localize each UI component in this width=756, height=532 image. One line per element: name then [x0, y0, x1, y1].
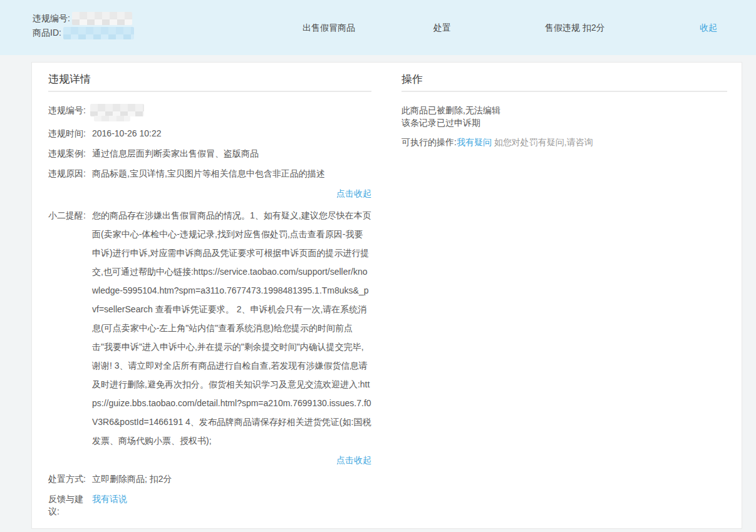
disposal-method-row: 处置方式: 立即删除商品; 扣2分 [48, 473, 371, 485]
disposal-method-label: 处置方式: [48, 473, 92, 485]
collapse-link[interactable]: 收起 [700, 23, 717, 33]
topbar-product-id-redacted [63, 27, 134, 39]
violation-detail-title: 违规详情 [48, 71, 371, 92]
staff-reminder-label: 小二提醒: [48, 206, 92, 450]
violation-no-row: 违规编号: [48, 104, 371, 120]
operation-title: 操作 [401, 71, 727, 92]
collapse-reminder-link[interactable]: 点击收起 [336, 455, 371, 465]
feedback-link[interactable]: 我有话说 [92, 494, 127, 504]
violation-time-value: 2016-10-26 10:22 [92, 127, 371, 140]
feedback-row: 反馈与建议: 我有话说 [48, 493, 371, 518]
violation-case-value: 通过信息层面判断卖家出售假冒、盗版商品 [92, 147, 371, 160]
reminder-collapse-line: 点击收起 [48, 454, 371, 466]
violation-case-label: 违规案例: [48, 147, 92, 160]
operation-section: 操作 此商品已被删除,无法编辑 该条记录已过申诉期 可执行的操作:我有疑问 如您… [401, 63, 727, 148]
topbar-violation-no-row: 违规编号: [33, 11, 134, 26]
topbar-product-id-row: 商品ID: [33, 26, 134, 40]
feedback-label: 反馈与建议: [48, 493, 92, 518]
staff-reminder-row: 小二提醒: 您的商品存在涉嫌出售假冒商品的情况。1、如有疑义,建议您尽快在本页面… [48, 206, 371, 450]
violation-case-row: 违规案例: 通过信息层面判断卖家出售假冒、盗版商品 [48, 147, 371, 160]
violation-time-row: 违规时间: 2016-10-26 10:22 [48, 127, 371, 140]
appeal-expired-status: 该条记录已过申诉期 [401, 116, 727, 129]
topbar-penalty: 售假违规 扣2分 [545, 23, 605, 33]
violation-summary-bar: 违规编号: 商品ID: 出售假冒商品 处置 售假违规 扣2分 收起 [0, 0, 756, 55]
reason-collapse-line: 点击收起 [48, 187, 371, 200]
violation-detail-section: 违规详情 违规编号: 违规时间: 2016-10-26 10:22 违规案例: … [48, 63, 371, 525]
violation-reason-label: 违规原因: [48, 167, 92, 180]
product-deleted-status: 此商品已被删除,无法编辑 [401, 104, 727, 116]
topbar-violation-no-label: 违规编号: [33, 11, 70, 26]
have-question-link[interactable]: 我有疑问 [457, 137, 492, 147]
collapse-reason-link[interactable]: 点击收起 [336, 188, 371, 198]
topbar-disposal: 处置 [433, 23, 451, 33]
topbar-violation-type: 出售假冒商品 [303, 23, 355, 33]
violation-reason-value: 商品标题,宝贝详情,宝贝图片等相关信息中包含非正品的描述 [92, 167, 371, 180]
staff-reminder-text: 您的商品存在涉嫌出售假冒商品的情况。1、如有疑义,建议您尽快在本页面(卖家中心-… [92, 206, 371, 450]
violation-reason-row: 违规原因: 商品标题,宝贝详情,宝贝图片等相关信息中包含非正品的描述 [48, 167, 371, 180]
topbar-product-id-label: 商品ID: [33, 26, 61, 40]
disposal-method-value: 立即删除商品; 扣2分 [92, 473, 371, 485]
topbar-violation-no-redacted [72, 12, 132, 25]
violation-detail-panel: 违规详情 违规编号: 违规时间: 2016-10-26 10:22 违规案例: … [31, 62, 742, 529]
violation-no-label: 违规编号: [48, 104, 92, 120]
violation-no-redacted [90, 104, 144, 116]
topbar-ids: 违规编号: 商品ID: [33, 11, 134, 40]
executable-operations-label: 可执行的操作: [401, 137, 457, 147]
violation-time-label: 违规时间: [48, 127, 92, 140]
question-hint: 如您对处罚有疑问,请咨询 [494, 137, 593, 147]
executable-operations-row: 可执行的操作:我有疑问 如您对处罚有疑问,请咨询 [401, 136, 727, 148]
